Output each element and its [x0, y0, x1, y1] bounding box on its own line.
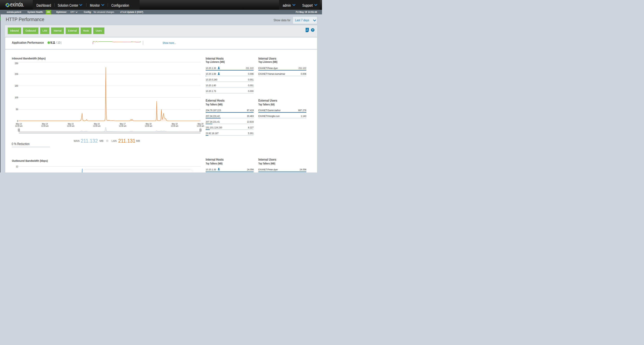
- svg-text:?: ?: [312, 28, 314, 32]
